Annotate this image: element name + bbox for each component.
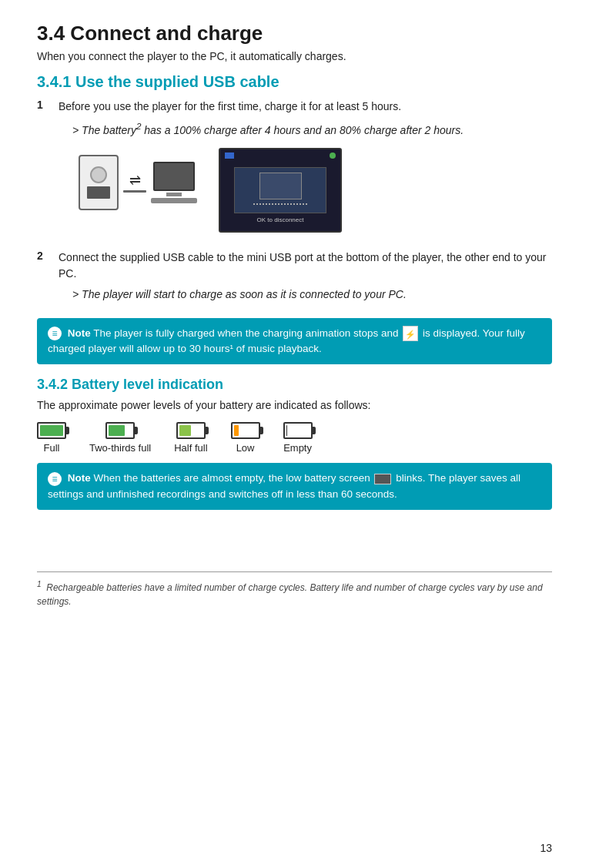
- note-text: The player is fully charged when the cha…: [93, 327, 401, 339]
- usb-connection-image: ⇌: [80, 148, 196, 217]
- screen-inner-area: [234, 167, 326, 213]
- battery-section: Full Two-thirds full Half full: [37, 422, 552, 454]
- section2-title: 3.4.2 Battery level indication: [37, 377, 552, 393]
- footnote-text: 1 Rechargeable batteries have a limited …: [37, 578, 552, 608]
- battery-twothirds-item: Two-thirds full: [89, 422, 151, 454]
- battery-low-visual: [231, 422, 260, 439]
- step-1: 1 Before you use the player for the firs…: [37, 99, 552, 242]
- usb-cable-icon: ⇌: [123, 172, 146, 193]
- battery-twothirds-visual: [105, 422, 135, 439]
- blue-bar-icon: [225, 152, 234, 159]
- battery-half-visual: [176, 422, 206, 439]
- charging-animation-icon: ⚡: [403, 326, 418, 341]
- battery-empty-icon: [283, 422, 313, 439]
- low-battery-screen-icon: [374, 474, 391, 484]
- step-1-number: 1: [37, 99, 59, 242]
- monitor-icon: [259, 173, 302, 199]
- section2-note-box: ≡ Note When the batteries are almost emp…: [37, 463, 552, 510]
- battery-twothirds-fill: [109, 425, 125, 436]
- battery-low-fill: [234, 425, 239, 436]
- step-2: 2 Connect the supplied USB cable to the …: [37, 250, 552, 309]
- battery-empty-item: Empty: [283, 422, 313, 454]
- player-screen-icon: [87, 186, 110, 199]
- battery-half-fill: [179, 425, 191, 436]
- player-screen-image: OK to disconnect: [219, 148, 342, 233]
- battery-half-item: Half full: [174, 422, 207, 454]
- step-1-content: Before you use the player for the first …: [59, 99, 552, 242]
- usb-illustration: ⇌: [79, 155, 197, 210]
- pc-screen-icon: [153, 162, 195, 191]
- battery-twothirds-label: Two-thirds full: [89, 442, 151, 454]
- note2-circle-icon: ≡: [48, 472, 62, 486]
- step-2-text: Connect the supplied USB cable to the mi…: [59, 250, 552, 282]
- step-2-note: The player will start to charge as soon …: [59, 287, 552, 303]
- battery-full-item: Full: [37, 422, 66, 454]
- player-lens-icon: [90, 166, 107, 183]
- battery-full-label: Full: [44, 442, 60, 454]
- step-2-content: Connect the supplied USB cable to the mi…: [59, 250, 552, 309]
- battery-twothirds-icon: [105, 422, 135, 439]
- usb-images-row: ⇌: [80, 148, 552, 233]
- pc-base-icon: [151, 198, 197, 203]
- step-1-text: Before you use the player for the first …: [59, 99, 552, 115]
- pc-device-icon: [151, 162, 197, 203]
- battery-empty-label: Empty: [283, 442, 312, 454]
- intro-paragraph: When you connect the player to the PC, i…: [37, 50, 552, 62]
- note-label: Note: [68, 327, 91, 339]
- note2-label: Note: [68, 472, 91, 484]
- battery-half-label: Half full: [174, 442, 207, 454]
- battery-icons-row: Full Two-thirds full Half full: [37, 422, 552, 454]
- section1-note-box: ≡ Note The player is fully charged when …: [37, 318, 552, 365]
- note2-text: When the batteries are almost empty, the…: [94, 472, 373, 484]
- main-title: 3.4 Connect and charge: [37, 22, 552, 45]
- step-1-note: The battery2 has a 100% charge after 4 h…: [59, 119, 552, 139]
- battery-low-item: Low: [231, 422, 260, 454]
- cable-line-icon: [123, 190, 146, 193]
- battery-low-icon: [231, 422, 260, 439]
- footnote-superscript: 1: [37, 580, 42, 588]
- battery-full-fill: [40, 425, 63, 436]
- player-device-icon: [79, 155, 119, 210]
- dotted-line-icon: [253, 203, 307, 205]
- page-content: 3.4 Connect and charge When you connect …: [0, 0, 589, 639]
- battery-full-icon: [37, 422, 66, 439]
- usb-symbol-icon: ⇌: [129, 172, 141, 189]
- battery-half-icon: [176, 422, 206, 439]
- battery-empty-visual: [283, 422, 313, 439]
- page-number: 13: [540, 842, 552, 854]
- step-2-number: 2: [37, 250, 59, 309]
- battery-empty-fill: [286, 425, 287, 436]
- note-circle-icon: ≡: [48, 327, 62, 340]
- battery-low-label: Low: [236, 442, 255, 454]
- pc-stand-icon: [166, 193, 182, 196]
- green-indicator-icon: [330, 152, 336, 159]
- footnote-area: 1 Rechargeable batteries have a limited …: [37, 571, 552, 608]
- ok-disconnect-text: OK to disconnect: [257, 216, 304, 223]
- section1-title: 3.4.1 Use the supplied USB cable: [37, 73, 552, 91]
- battery-full-visual: [37, 422, 66, 439]
- section2-intro: The approximate power levels of your bat…: [37, 399, 552, 411]
- footnote-content: Rechargeable batteries have a limited nu…: [37, 582, 543, 607]
